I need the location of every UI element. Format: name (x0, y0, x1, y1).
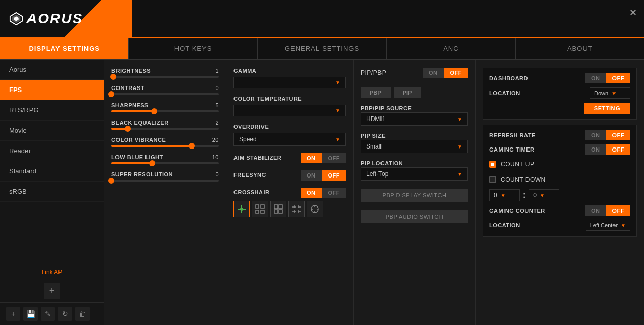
color-vibrance-thumb[interactable] (189, 143, 195, 149)
sharpness-thumb[interactable] (151, 108, 157, 114)
brightness-label: BRIGHTNESS (111, 68, 151, 74)
pip-pbp-label: PIP/PBP (361, 69, 386, 76)
sharpness-fill (111, 110, 154, 112)
source-select[interactable]: HDMI1 ▼ (361, 112, 468, 126)
timer-min-select[interactable]: 0 ▼ (489, 189, 520, 201)
low-blue-light-thumb[interactable] (149, 160, 155, 166)
crosshair-icon-plus[interactable] (233, 201, 250, 217)
crosshair-on-button[interactable]: ON (301, 188, 322, 198)
count-up-radio[interactable] (489, 161, 496, 168)
link-ap-button[interactable]: + (44, 283, 60, 299)
super-resolution-label: SUPER RESOLUTION (111, 171, 173, 178)
gamma-select[interactable]: ▼ (233, 77, 346, 88)
close-button[interactable]: ✕ (629, 7, 637, 18)
aim-stabilizer-off-button[interactable]: OFF (322, 153, 346, 163)
color-vibrance-track[interactable] (111, 145, 219, 147)
dashboard-toggle: ON OFF (585, 73, 630, 83)
sidebar-item-srgb[interactable]: sRGB (0, 182, 104, 202)
low-blue-light-track[interactable] (111, 162, 219, 164)
count-down-radio[interactable] (489, 176, 496, 183)
refresh-off-button[interactable]: OFF (606, 130, 631, 140)
timer-off-button[interactable]: OFF (606, 144, 631, 155)
pip-location-label: PIP LOCATION (361, 160, 468, 166)
nav-general-settings[interactable]: GENERAL SETTINGS (258, 38, 387, 59)
black-equalizer-thumb[interactable] (125, 126, 131, 132)
timer-on-button[interactable]: ON (585, 144, 606, 155)
crosshair-icon-grid3[interactable] (288, 201, 305, 217)
pip-button[interactable]: PIP (394, 87, 421, 98)
pip-location-select[interactable]: Left-Top ▼ (361, 167, 468, 181)
svg-rect-9 (261, 210, 264, 213)
logo-text: AORUS (26, 11, 83, 27)
brightness-value: 1 (215, 68, 219, 74)
brightness-thumb[interactable] (110, 74, 116, 80)
nav-hot-keys[interactable]: HOT KEYS (129, 38, 257, 59)
crosshair-icon-custom[interactable] (307, 201, 323, 217)
timer-sec-select[interactable]: 0 ▼ (529, 189, 559, 201)
logo-area: AORUS (0, 0, 132, 37)
gaming-counter-toggle: ON OFF (585, 205, 630, 216)
color-temp-arrow: ▼ (335, 108, 340, 113)
counter-location-select[interactable]: Left Center ▼ (586, 220, 630, 231)
sidebar-item-aorus[interactable]: Aorus (0, 60, 104, 80)
crosshair-off-button[interactable]: OFF (322, 188, 346, 198)
setting-button[interactable]: SETTING (584, 103, 630, 114)
brightness-track[interactable] (111, 76, 219, 78)
save-profile-button[interactable]: 💾 (23, 307, 38, 321)
overdrive-value: Speed (239, 136, 257, 143)
aim-stabilizer-label: AIM STABILIZER (233, 155, 281, 161)
delete-profile-button[interactable]: 🗑 (75, 307, 90, 321)
refresh-on-button[interactable]: ON (585, 130, 606, 140)
super-resolution-slider-row: SUPER RESOLUTION 0 (111, 171, 219, 182)
gaming-timer-toggle: ON OFF (585, 144, 630, 155)
super-resolution-thumb[interactable] (108, 178, 114, 184)
reset-profile-button[interactable]: ↻ (58, 307, 72, 321)
sidebar-item-reader[interactable]: Reader (0, 141, 104, 161)
sharpness-track[interactable] (111, 110, 219, 112)
aim-stabilizer-on-button[interactable]: ON (301, 153, 322, 163)
dashboard-off-button[interactable]: OFF (606, 73, 631, 83)
pbp-audio-switch-button[interactable]: PBP AUDIO SWITCH (361, 210, 468, 223)
edit-profile-button[interactable]: ✎ (41, 307, 55, 321)
gamma-label: GAMMA (233, 68, 346, 74)
sidebar-item-rts-rpg[interactable]: RTS/RPG (0, 100, 104, 121)
pbp-display-switch-button[interactable]: PBP DISPLAY SWITCH (361, 189, 468, 202)
black-equalizer-value: 2 (215, 120, 219, 126)
freesync-off-button[interactable]: OFF (322, 170, 346, 181)
color-vibrance-label: COLOR VIBRANCE (111, 137, 166, 143)
color-vibrance-slider-row: COLOR VIBRANCE 20 (111, 137, 219, 147)
pip-pbp-on-button[interactable]: ON (423, 68, 444, 78)
timer-sec-arrow: ▼ (540, 193, 545, 198)
refresh-rate-row: REFRESH RATE ON OFF (489, 130, 630, 140)
pip-size-select[interactable]: Small ▼ (361, 140, 468, 153)
low-blue-light-slider-row: LOW BLUE LIGHT 10 (111, 154, 219, 164)
pip-pbp-off-button[interactable]: OFF (444, 68, 469, 78)
contrast-label: CONTRAST (111, 85, 144, 91)
contrast-track[interactable] (111, 93, 219, 95)
add-profile-button[interactable]: + (6, 307, 20, 321)
sidebar-item-movie[interactable]: Movie (0, 121, 104, 141)
location-select[interactable]: Down ▼ (590, 87, 630, 99)
contrast-thumb[interactable] (108, 91, 114, 97)
gamma-arrow: ▼ (335, 80, 340, 85)
color-temp-select[interactable]: ▼ (233, 105, 346, 116)
dashboard-on-button[interactable]: ON (585, 73, 606, 83)
nav-display-settings[interactable]: DISPLAY SETTINGS (0, 38, 129, 59)
counter-location-row: LOCATION Left Center ▼ (489, 220, 630, 231)
overdrive-label: Overdrive (233, 124, 346, 130)
counter-off-button[interactable]: OFF (606, 205, 631, 216)
sidebar-item-fps[interactable]: FPS (0, 80, 104, 100)
nav-bar: DISPLAY SETTINGS HOT KEYS GENERAL SETTIN… (0, 38, 644, 60)
sidebar-item-standard[interactable]: Standard (0, 161, 104, 182)
crosshair-icon-grid2[interactable] (270, 201, 286, 217)
super-resolution-track[interactable] (111, 180, 219, 182)
counter-on-button[interactable]: ON (585, 205, 606, 216)
overdrive-select[interactable]: Speed ▼ (233, 133, 346, 146)
pbp-button[interactable]: PBP (361, 87, 391, 98)
nav-anc[interactable]: ANC (387, 38, 515, 59)
nav-about[interactable]: ABOUT (516, 38, 644, 59)
freesync-label: FREESYNC (233, 172, 266, 178)
freesync-on-button[interactable]: ON (301, 170, 322, 181)
crosshair-icon-grid1[interactable] (252, 201, 268, 217)
black-equalizer-track[interactable] (111, 128, 219, 130)
